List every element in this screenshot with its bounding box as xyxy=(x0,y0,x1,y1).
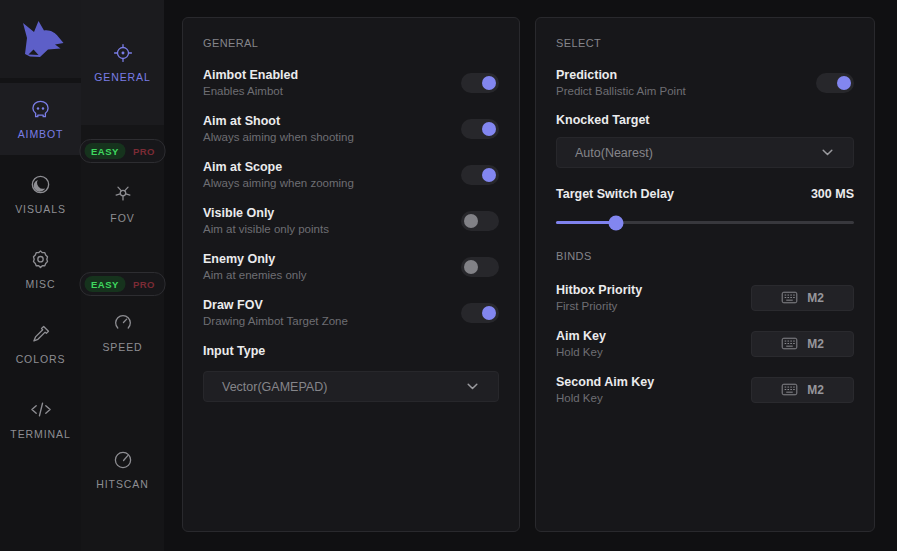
tab-fov[interactable]: FOV xyxy=(81,183,164,224)
aimbot-settings-window: AIMBOT VISUALS MISC COLORS xyxy=(0,0,897,551)
eyedropper-icon xyxy=(29,323,52,346)
bind-subtitle: First Priority xyxy=(556,300,642,312)
input-type-select[interactable]: Vector(GAMEPAD) xyxy=(203,371,499,402)
stopwatch-icon xyxy=(112,449,134,471)
setting-title: Aimbot Enabled xyxy=(203,68,298,82)
aim-key-keybind-button[interactable]: M2 xyxy=(751,331,854,357)
setting-subtitle: Always aiming when zooming xyxy=(203,177,354,189)
tab-label: FOV xyxy=(110,212,134,224)
chevron-down-icon xyxy=(467,383,478,390)
setting-subtitle: Drawing Aimbot Target Zone xyxy=(203,315,348,327)
sidebar-item-misc[interactable]: MISC xyxy=(0,233,81,305)
keyboard-icon xyxy=(781,337,798,350)
crosshair-icon xyxy=(112,42,134,64)
setting-title: Aim at Scope xyxy=(203,160,354,174)
setting-subtitle: Enables Aimbot xyxy=(203,85,298,97)
bind-title: Aim Key xyxy=(556,329,606,343)
tab-general[interactable]: GENERAL xyxy=(81,0,164,125)
second-aim-key-keybind-button[interactable]: M2 xyxy=(751,377,854,403)
toggle-knob xyxy=(464,214,478,228)
setting-aim-at-shoot: Aim at Shoot Always aiming when shooting xyxy=(203,113,499,144)
knocked-target-value: Auto(Nearest) xyxy=(575,146,653,160)
visible-only-toggle[interactable] xyxy=(461,211,499,231)
input-type-value: Vector(GAMEPAD) xyxy=(222,380,327,394)
sidebar-item-visuals[interactable]: VISUALS xyxy=(0,158,81,230)
setting-subtitle: Always aiming when shooting xyxy=(203,131,354,143)
tab-speed[interactable]: SPEED xyxy=(81,312,164,353)
draw-fov-toggle[interactable] xyxy=(461,303,499,323)
toggle-knob xyxy=(464,260,478,274)
keyboard-icon xyxy=(781,383,798,396)
binds-section-header: BINDS xyxy=(556,250,854,262)
setting-title: Visible Only xyxy=(203,206,329,220)
select-panel: SELECT Prediction Predict Ballistic Aim … xyxy=(535,17,875,532)
target-switch-delay-label: Target Switch Delay xyxy=(556,187,674,201)
tab-label: HITSCAN xyxy=(96,478,148,490)
select-section-header: SELECT xyxy=(556,37,854,49)
sidebar-item-label: TERMINAL xyxy=(10,428,70,440)
setting-visible-only: Visible Only Aim at visible only points xyxy=(203,205,499,236)
bind-hitbox-priority: Hitbox Priority First Priority M2 xyxy=(556,282,854,313)
knocked-target-label: Knocked Target xyxy=(556,113,854,127)
bind-subtitle: Hold Key xyxy=(556,346,606,358)
sidebar-item-colors[interactable]: COLORS xyxy=(0,308,81,380)
difficulty-badge: EASY PRO xyxy=(79,272,166,296)
tab-label: SPEED xyxy=(102,341,142,353)
main-sidebar: AIMBOT VISUALS MISC COLORS xyxy=(0,0,81,551)
general-panel: GENERAL Aimbot Enabled Enables Aimbot Ai… xyxy=(182,17,520,532)
keyboard-icon xyxy=(781,291,798,304)
setting-aimbot-enabled: Aimbot Enabled Enables Aimbot xyxy=(203,67,499,98)
target-switch-delay-value: 300 MS xyxy=(811,187,854,201)
code-icon xyxy=(29,398,53,421)
fov-angle-icon xyxy=(112,183,134,205)
keybind-value: M2 xyxy=(807,383,824,397)
sidebar-item-aimbot[interactable]: AIMBOT xyxy=(0,83,81,155)
wolf-logo-icon xyxy=(17,18,65,60)
general-section-header: GENERAL xyxy=(203,37,499,49)
setting-enemy-only: Enemy Only Aim at enemies only xyxy=(203,251,499,282)
bind-title: Hitbox Priority xyxy=(556,283,642,297)
toggle-knob xyxy=(482,168,496,182)
aim-at-shoot-toggle[interactable] xyxy=(461,119,499,139)
pro-badge: PRO xyxy=(133,279,155,290)
toggle-knob xyxy=(482,76,496,90)
chevron-down-icon xyxy=(822,149,833,156)
toggle-knob xyxy=(482,306,496,320)
app-logo[interactable] xyxy=(0,0,81,78)
setting-subtitle: Aim at visible only points xyxy=(203,223,329,235)
sidebar-item-label: VISUALS xyxy=(15,203,66,215)
difficulty-badge: EASY PRO xyxy=(79,139,166,163)
setting-prediction: Prediction Predict Ballistic Aim Point xyxy=(556,67,854,98)
tab-label: GENERAL xyxy=(94,71,150,83)
aimbot-enabled-toggle[interactable] xyxy=(461,73,499,93)
skull-icon xyxy=(29,98,52,121)
keybind-value: M2 xyxy=(807,291,824,305)
bind-title: Second Aim Key xyxy=(556,375,654,389)
aim-at-scope-toggle[interactable] xyxy=(461,165,499,185)
knocked-target-select[interactable]: Auto(Nearest) xyxy=(556,137,854,168)
target-switch-slider-fill xyxy=(556,221,616,224)
hitbox-priority-keybind-button[interactable]: M2 xyxy=(751,285,854,311)
target-switch-delay-slider[interactable] xyxy=(556,221,854,224)
sidebar-item-terminal[interactable]: TERMINAL xyxy=(0,383,81,455)
keybind-value: M2 xyxy=(807,337,824,351)
bind-aim-key: Aim Key Hold Key M2 xyxy=(556,328,854,359)
easy-badge: EASY xyxy=(84,276,126,292)
target-switch-delay-row: Target Switch Delay 300 MS xyxy=(556,187,854,201)
tab-hitscan[interactable]: HITSCAN xyxy=(81,449,164,490)
gear-icon xyxy=(29,248,52,271)
setting-aim-at-scope: Aim at Scope Always aiming when zooming xyxy=(203,159,499,190)
pro-badge: PRO xyxy=(133,146,155,157)
sidebar-item-label: AIMBOT xyxy=(18,128,64,140)
setting-subtitle: Aim at enemies only xyxy=(203,269,307,281)
target-switch-slider-knob[interactable] xyxy=(608,215,623,230)
easy-badge: EASY xyxy=(84,143,126,159)
setting-title: Draw FOV xyxy=(203,298,348,312)
toggle-knob xyxy=(837,76,851,90)
setting-title: Enemy Only xyxy=(203,252,307,266)
sidebar-item-label: MISC xyxy=(26,278,56,290)
enemy-only-toggle[interactable] xyxy=(461,257,499,277)
setting-draw-fov: Draw FOV Drawing Aimbot Target Zone xyxy=(203,297,499,328)
setting-title: Prediction xyxy=(556,68,686,82)
prediction-toggle[interactable] xyxy=(816,73,854,93)
